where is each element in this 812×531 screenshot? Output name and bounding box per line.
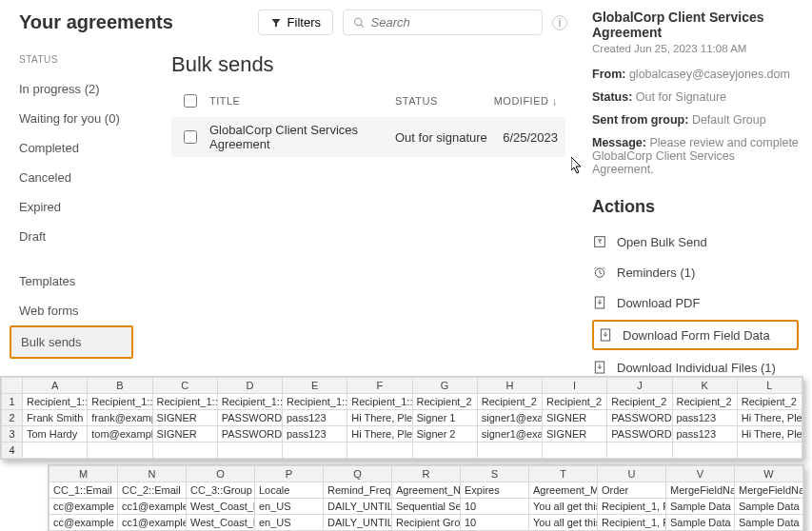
open-icon <box>592 234 607 249</box>
main-title: Bulk sends <box>171 52 565 77</box>
svg-point-0 <box>355 18 362 25</box>
detail-created: Created Jun 25, 2023 11:08 AM <box>592 43 799 54</box>
action-download-individual[interactable]: Download Individual Files (1) <box>592 352 799 383</box>
spreadsheet-1-table[interactable]: ABCDEFGHIJKL1Recipient_1::NameRecipient_… <box>1 377 802 459</box>
col-modified[interactable]: MODIFIED ↓ <box>490 95 565 107</box>
sort-desc-icon: ↓ <box>552 95 558 107</box>
sidebar-item-draft[interactable]: Draft <box>19 222 162 251</box>
cursor-icon <box>571 157 584 174</box>
row-checkbox[interactable] <box>184 130 197 144</box>
action-open-bulk-send[interactable]: Open Bulk Send <box>592 226 799 257</box>
row-status: Out for signature <box>395 130 490 145</box>
select-all-checkbox[interactable] <box>184 94 197 108</box>
actions-header: Actions <box>592 197 799 217</box>
search-input[interactable] <box>371 15 532 30</box>
page-title: Your agreements <box>19 11 173 33</box>
sidebar-item-expired[interactable]: Expired <box>19 192 162 222</box>
sidebar-item-in-progress[interactable]: In progress (2) <box>19 74 162 104</box>
sidebar-item-bulk-sends[interactable]: Bulk sends <box>10 325 133 359</box>
row-modified: 6/25/2023 <box>490 130 565 145</box>
detail-status: Status: Out for Signature <box>592 90 799 104</box>
spreadsheet-2-table[interactable]: MNOPQRSTUVWCC_1::EmailCC_2::EmailCC_3::G… <box>49 465 803 531</box>
action-download-form-field-data[interactable]: Download Form Field Data <box>592 320 799 350</box>
detail-group: Sent from group: Default Group <box>592 113 799 127</box>
row-title: GlobalCorp Client Services Agreement <box>209 123 395 151</box>
download-icon <box>592 295 607 310</box>
detail-title: GlobalCorp Client Services Agreement <box>592 10 799 40</box>
col-title[interactable]: TITLE <box>209 95 395 107</box>
search-icon <box>353 16 366 30</box>
action-reminders[interactable]: Reminders (1) <box>592 257 799 287</box>
spreadsheet-1: ABCDEFGHIJKL1Recipient_1::NameRecipient_… <box>0 376 803 460</box>
filters-button[interactable]: Filters <box>258 10 333 35</box>
svg-line-1 <box>361 24 364 27</box>
detail-message: Message: Please review and complete Glob… <box>592 136 799 176</box>
detail-from: From: globalcasey@caseyjones.dom <box>592 68 799 81</box>
table-row[interactable]: GlobalCorp Client Services Agreement Out… <box>171 117 565 157</box>
clock-icon <box>592 265 607 280</box>
sidebar-item-canceled[interactable]: Canceled <box>19 163 162 192</box>
table-header: TITLE STATUS MODIFIED ↓ <box>171 90 565 117</box>
sidebar-item-web-forms[interactable]: Web forms <box>19 296 162 325</box>
detail-panel: GlobalCorp Client Services Agreement Cre… <box>579 0 812 374</box>
info-icon[interactable]: i <box>552 15 567 30</box>
download-files-icon <box>592 360 607 375</box>
col-status[interactable]: STATUS <box>395 95 490 107</box>
filter-icon <box>270 17 282 29</box>
sidebar: STATUS In progress (2) Waiting for you (… <box>0 49 162 374</box>
download-form-icon <box>598 327 613 343</box>
spreadsheet-2: MNOPQRSTUVWCC_1::EmailCC_2::EmailCC_3::G… <box>48 464 804 531</box>
search-box[interactable] <box>343 10 543 35</box>
sidebar-item-waiting[interactable]: Waiting for you (0) <box>19 104 162 133</box>
sidebar-status-label: STATUS <box>19 54 162 65</box>
main-content: Bulk sends TITLE STATUS MODIFIED ↓ Globa… <box>162 49 579 374</box>
page-header: Your agreements Filters i <box>0 0 579 49</box>
action-download-pdf[interactable]: Download PDF <box>592 287 799 318</box>
sidebar-item-completed[interactable]: Completed <box>19 133 162 163</box>
sidebar-item-templates[interactable]: Templates <box>19 266 162 296</box>
filters-label: Filters <box>287 15 321 30</box>
